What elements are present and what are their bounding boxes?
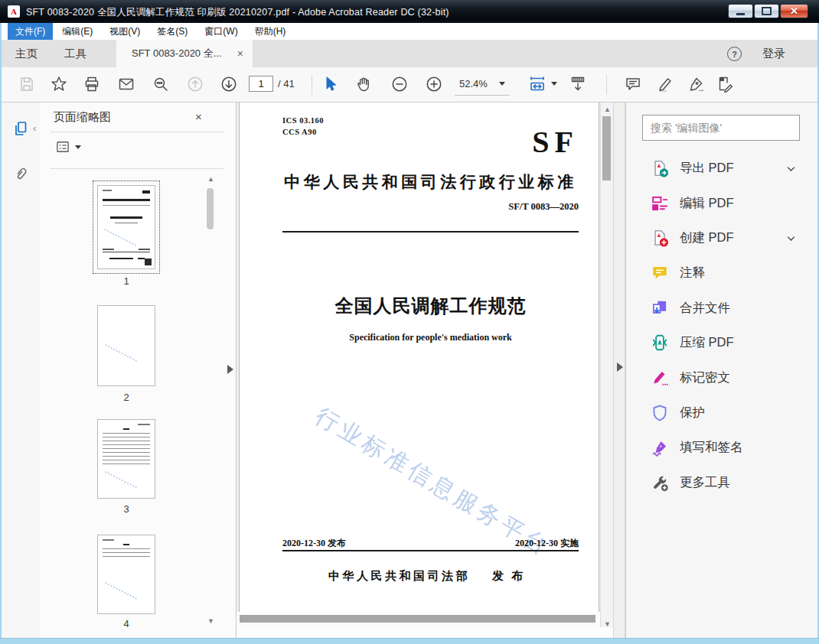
highlight-icon[interactable] xyxy=(656,75,674,93)
compress-pdf-icon xyxy=(650,333,670,353)
doc-scrollbar-thumb[interactable] xyxy=(602,116,611,181)
thumb-art-date xyxy=(139,249,150,250)
fill-sign-icon[interactable] xyxy=(687,75,705,93)
doc-scroll-up-icon[interactable]: ▲ xyxy=(604,106,611,113)
thumbnail-label-4[interactable]: 4 xyxy=(97,618,155,629)
tool-create-pdf[interactable]: 创建 PDF xyxy=(626,221,818,255)
doc-subtitle: Specification for people's mediation wor… xyxy=(282,332,579,343)
document-vertical-scrollbar[interactable]: ▲ ▼ xyxy=(600,102,612,632)
thumb-art-subtitle xyxy=(115,223,138,224)
tab-tools[interactable]: 工具 xyxy=(64,47,86,61)
attachments-icon[interactable] xyxy=(8,161,34,187)
doc-standard-number: SF/T 0083—2020 xyxy=(282,201,579,213)
pdf-page[interactable]: ICS 03.160 CCS A90 SF 中华人民共和国司法行政行业标准 SF… xyxy=(239,102,599,612)
window-title: SFT 0083-2020 全国人民调解工作规范 印刷版 20210207.pd… xyxy=(26,6,449,19)
tools-search-input[interactable] xyxy=(642,115,800,141)
menu-sign[interactable]: 签名(S) xyxy=(149,23,195,41)
create-pdf-icon xyxy=(650,228,670,248)
zoom-out-icon[interactable] xyxy=(390,75,409,93)
combine-files-icon xyxy=(650,298,670,318)
thumb-art-line xyxy=(138,424,150,425)
menu-edit[interactable]: 编辑(E) xyxy=(54,23,100,41)
tab-close-icon[interactable]: × xyxy=(237,47,243,60)
window-frame-left xyxy=(0,23,2,644)
fit-width-icon[interactable] xyxy=(528,75,547,93)
help-button[interactable]: ? xyxy=(727,47,742,61)
maximize-button[interactable] xyxy=(754,4,779,18)
edit-document-icon[interactable] xyxy=(716,75,734,93)
search-icon[interactable] xyxy=(152,75,170,93)
save-icon[interactable] xyxy=(18,75,36,93)
panel-close-icon[interactable]: × xyxy=(195,110,202,123)
chevron-down-icon[interactable] xyxy=(785,233,797,244)
right-panel-collapse-arrow[interactable] xyxy=(617,363,623,372)
panel-scrollbar-thumb[interactable] xyxy=(207,188,214,229)
panel-scroll-down-icon[interactable]: ▼ xyxy=(207,618,214,625)
email-icon[interactable] xyxy=(117,75,135,93)
panel-scroll-up-icon[interactable]: ▲ xyxy=(207,176,214,183)
tool-label: 创建 PDF xyxy=(680,229,734,246)
panel-divider xyxy=(51,168,224,169)
edit-pdf-icon xyxy=(650,194,670,213)
comment-icon[interactable] xyxy=(624,75,642,93)
thumb-art-watermark xyxy=(105,344,137,362)
menu-window[interactable]: 窗口(W) xyxy=(197,23,245,41)
print-icon[interactable] xyxy=(83,75,101,93)
minimize-button[interactable] xyxy=(728,4,753,18)
thumb-view-indicator[interactable] xyxy=(145,259,152,265)
options-caret-icon[interactable] xyxy=(75,145,81,149)
thumb-art-heading xyxy=(103,199,150,201)
menu-view[interactable]: 视图(V) xyxy=(102,23,148,41)
tool-comment[interactable]: 注释 xyxy=(626,256,818,290)
thumbnail-page-1[interactable] xyxy=(97,185,155,269)
tab-document[interactable]: SFT 0083-2020 全... × xyxy=(116,40,253,67)
tool-export-pdf[interactable]: 导出 PDF xyxy=(626,151,818,185)
login-button[interactable]: 登录 xyxy=(762,47,785,61)
export-pdf-icon xyxy=(650,158,670,178)
page-up-icon[interactable] xyxy=(186,75,204,93)
document-horizontal-scrollbar[interactable] xyxy=(237,612,600,627)
tool-fill-sign[interactable]: 填写和签名 xyxy=(626,431,818,464)
menu-file[interactable]: 文件(F) xyxy=(8,23,53,41)
main-toolbar: / 41 52.4% xyxy=(2,67,817,102)
zoom-underline xyxy=(455,95,510,96)
fit-dropdown-caret-icon[interactable] xyxy=(551,82,557,86)
scroll-mode-icon[interactable] xyxy=(569,75,587,93)
thumbnail-options-icon[interactable] xyxy=(55,139,70,154)
page-total-label: / 41 xyxy=(278,78,295,89)
tab-home[interactable]: 主页 xyxy=(15,47,38,61)
select-tool-icon[interactable] xyxy=(321,75,339,93)
tool-compress-pdf[interactable]: 压缩 PDF xyxy=(626,326,818,359)
chevron-down-icon[interactable] xyxy=(785,163,797,174)
right-panel-splitter[interactable] xyxy=(613,102,625,638)
page-number-input[interactable] xyxy=(249,76,273,92)
thumb-art-watermark xyxy=(104,229,136,246)
thumbnail-label-3[interactable]: 3 xyxy=(97,503,155,515)
menu-help[interactable]: 帮助(H) xyxy=(247,23,294,41)
thumbnail-label-2[interactable]: 2 xyxy=(97,392,155,403)
zoom-level-value[interactable]: 52.4% xyxy=(459,78,488,89)
thumb-art-line xyxy=(123,428,130,430)
page-thumbnails-icon[interactable] xyxy=(11,119,30,138)
zoom-in-icon[interactable] xyxy=(425,75,443,93)
star-icon[interactable] xyxy=(50,75,68,93)
thumb-art-rule xyxy=(103,205,150,206)
fill-sign-tool-icon xyxy=(650,437,670,457)
close-button[interactable]: ✕ xyxy=(780,4,808,18)
thumbnail-page-4[interactable] xyxy=(97,535,155,614)
thumbnail-label-1[interactable]: 1 xyxy=(97,275,155,287)
doc-hscrollbar-thumb[interactable] xyxy=(240,615,595,623)
left-rail: ‹ xyxy=(2,102,40,638)
page-down-icon[interactable] xyxy=(220,75,238,93)
thumbnail-page-2[interactable] xyxy=(97,305,155,386)
panel-collapse-arrow[interactable] xyxy=(227,365,233,374)
tool-redact[interactable]: 标记密文 xyxy=(626,361,818,395)
tool-label: 注释 xyxy=(680,265,705,281)
tool-protect[interactable]: 保护 xyxy=(626,396,818,430)
thumbnail-page-3[interactable] xyxy=(97,419,155,499)
hand-tool-icon[interactable] xyxy=(354,75,373,93)
tool-more-tools[interactable]: 更多工具 xyxy=(626,466,818,499)
tool-combine-files[interactable]: 合并文件 xyxy=(626,291,818,325)
tool-edit-pdf[interactable]: 编辑 PDF xyxy=(626,187,818,220)
zoom-dropdown-caret-icon[interactable] xyxy=(499,82,505,86)
